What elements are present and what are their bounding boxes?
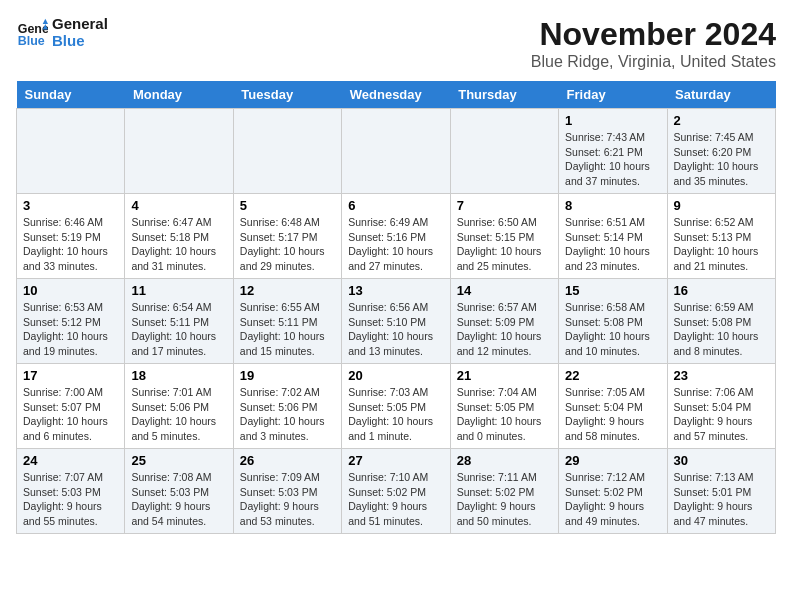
- cell-date-number: 27: [348, 453, 443, 468]
- cell-date-number: 14: [457, 283, 552, 298]
- cell-date-number: 12: [240, 283, 335, 298]
- cell-info-text: Sunrise: 7:43 AMSunset: 6:21 PMDaylight:…: [565, 130, 660, 189]
- cell-date-number: 19: [240, 368, 335, 383]
- cell-info-text: Sunrise: 6:55 AMSunset: 5:11 PMDaylight:…: [240, 300, 335, 359]
- calendar-table: SundayMondayTuesdayWednesdayThursdayFrid…: [16, 81, 776, 534]
- logo-icon: General Blue: [16, 17, 48, 49]
- day-header-thursday: Thursday: [450, 81, 558, 109]
- calendar-cell: 9Sunrise: 6:52 AMSunset: 5:13 PMDaylight…: [667, 194, 775, 279]
- logo-blue: Blue: [52, 33, 108, 50]
- cell-info-text: Sunrise: 7:05 AMSunset: 5:04 PMDaylight:…: [565, 385, 660, 444]
- cell-info-text: Sunrise: 7:13 AMSunset: 5:01 PMDaylight:…: [674, 470, 769, 529]
- cell-date-number: 9: [674, 198, 769, 213]
- calendar-cell: [450, 109, 558, 194]
- cell-date-number: 29: [565, 453, 660, 468]
- cell-info-text: Sunrise: 7:04 AMSunset: 5:05 PMDaylight:…: [457, 385, 552, 444]
- cell-date-number: 5: [240, 198, 335, 213]
- cell-info-text: Sunrise: 6:54 AMSunset: 5:11 PMDaylight:…: [131, 300, 226, 359]
- calendar-cell: 6Sunrise: 6:49 AMSunset: 5:16 PMDaylight…: [342, 194, 450, 279]
- cell-info-text: Sunrise: 7:02 AMSunset: 5:06 PMDaylight:…: [240, 385, 335, 444]
- calendar-cell: 8Sunrise: 6:51 AMSunset: 5:14 PMDaylight…: [559, 194, 667, 279]
- day-header-monday: Monday: [125, 81, 233, 109]
- logo: General Blue General Blue: [16, 16, 108, 49]
- calendar-cell: 3Sunrise: 6:46 AMSunset: 5:19 PMDaylight…: [17, 194, 125, 279]
- cell-date-number: 16: [674, 283, 769, 298]
- cell-info-text: Sunrise: 6:53 AMSunset: 5:12 PMDaylight:…: [23, 300, 118, 359]
- calendar-week-2: 3Sunrise: 6:46 AMSunset: 5:19 PMDaylight…: [17, 194, 776, 279]
- logo-general: General: [52, 16, 108, 33]
- cell-date-number: 26: [240, 453, 335, 468]
- calendar-cell: 19Sunrise: 7:02 AMSunset: 5:06 PMDayligh…: [233, 364, 341, 449]
- cell-date-number: 30: [674, 453, 769, 468]
- calendar-cell: 15Sunrise: 6:58 AMSunset: 5:08 PMDayligh…: [559, 279, 667, 364]
- calendar-cell: 1Sunrise: 7:43 AMSunset: 6:21 PMDaylight…: [559, 109, 667, 194]
- calendar-cell: 17Sunrise: 7:00 AMSunset: 5:07 PMDayligh…: [17, 364, 125, 449]
- cell-info-text: Sunrise: 6:57 AMSunset: 5:09 PMDaylight:…: [457, 300, 552, 359]
- cell-date-number: 7: [457, 198, 552, 213]
- calendar-week-3: 10Sunrise: 6:53 AMSunset: 5:12 PMDayligh…: [17, 279, 776, 364]
- page-header: General Blue General Blue November 2024 …: [16, 16, 776, 71]
- calendar-cell: 10Sunrise: 6:53 AMSunset: 5:12 PMDayligh…: [17, 279, 125, 364]
- cell-info-text: Sunrise: 7:12 AMSunset: 5:02 PMDaylight:…: [565, 470, 660, 529]
- calendar-cell: 23Sunrise: 7:06 AMSunset: 5:04 PMDayligh…: [667, 364, 775, 449]
- cell-info-text: Sunrise: 6:59 AMSunset: 5:08 PMDaylight:…: [674, 300, 769, 359]
- calendar-week-4: 17Sunrise: 7:00 AMSunset: 5:07 PMDayligh…: [17, 364, 776, 449]
- calendar-cell: 22Sunrise: 7:05 AMSunset: 5:04 PMDayligh…: [559, 364, 667, 449]
- calendar-cell: 18Sunrise: 7:01 AMSunset: 5:06 PMDayligh…: [125, 364, 233, 449]
- cell-info-text: Sunrise: 7:06 AMSunset: 5:04 PMDaylight:…: [674, 385, 769, 444]
- calendar-cell: 2Sunrise: 7:45 AMSunset: 6:20 PMDaylight…: [667, 109, 775, 194]
- calendar-header-row: SundayMondayTuesdayWednesdayThursdayFrid…: [17, 81, 776, 109]
- calendar-cell: 4Sunrise: 6:47 AMSunset: 5:18 PMDaylight…: [125, 194, 233, 279]
- cell-date-number: 18: [131, 368, 226, 383]
- cell-info-text: Sunrise: 7:09 AMSunset: 5:03 PMDaylight:…: [240, 470, 335, 529]
- calendar-cell: 14Sunrise: 6:57 AMSunset: 5:09 PMDayligh…: [450, 279, 558, 364]
- cell-date-number: 22: [565, 368, 660, 383]
- day-header-wednesday: Wednesday: [342, 81, 450, 109]
- cell-date-number: 25: [131, 453, 226, 468]
- cell-info-text: Sunrise: 6:51 AMSunset: 5:14 PMDaylight:…: [565, 215, 660, 274]
- cell-info-text: Sunrise: 7:03 AMSunset: 5:05 PMDaylight:…: [348, 385, 443, 444]
- cell-info-text: Sunrise: 6:49 AMSunset: 5:16 PMDaylight:…: [348, 215, 443, 274]
- cell-date-number: 4: [131, 198, 226, 213]
- cell-date-number: 10: [23, 283, 118, 298]
- cell-date-number: 2: [674, 113, 769, 128]
- calendar-cell: 13Sunrise: 6:56 AMSunset: 5:10 PMDayligh…: [342, 279, 450, 364]
- calendar-cell: 27Sunrise: 7:10 AMSunset: 5:02 PMDayligh…: [342, 449, 450, 534]
- cell-date-number: 17: [23, 368, 118, 383]
- cell-info-text: Sunrise: 7:45 AMSunset: 6:20 PMDaylight:…: [674, 130, 769, 189]
- day-header-friday: Friday: [559, 81, 667, 109]
- day-header-sunday: Sunday: [17, 81, 125, 109]
- cell-info-text: Sunrise: 6:56 AMSunset: 5:10 PMDaylight:…: [348, 300, 443, 359]
- cell-info-text: Sunrise: 6:58 AMSunset: 5:08 PMDaylight:…: [565, 300, 660, 359]
- cell-info-text: Sunrise: 7:01 AMSunset: 5:06 PMDaylight:…: [131, 385, 226, 444]
- cell-date-number: 6: [348, 198, 443, 213]
- cell-date-number: 13: [348, 283, 443, 298]
- title-area: November 2024 Blue Ridge, Virginia, Unit…: [531, 16, 776, 71]
- cell-info-text: Sunrise: 7:10 AMSunset: 5:02 PMDaylight:…: [348, 470, 443, 529]
- calendar-cell: 30Sunrise: 7:13 AMSunset: 5:01 PMDayligh…: [667, 449, 775, 534]
- calendar-cell: 28Sunrise: 7:11 AMSunset: 5:02 PMDayligh…: [450, 449, 558, 534]
- calendar-cell: 25Sunrise: 7:08 AMSunset: 5:03 PMDayligh…: [125, 449, 233, 534]
- calendar-cell: 12Sunrise: 6:55 AMSunset: 5:11 PMDayligh…: [233, 279, 341, 364]
- cell-info-text: Sunrise: 7:00 AMSunset: 5:07 PMDaylight:…: [23, 385, 118, 444]
- calendar-cell: 20Sunrise: 7:03 AMSunset: 5:05 PMDayligh…: [342, 364, 450, 449]
- calendar-cell: 16Sunrise: 6:59 AMSunset: 5:08 PMDayligh…: [667, 279, 775, 364]
- calendar-week-1: 1Sunrise: 7:43 AMSunset: 6:21 PMDaylight…: [17, 109, 776, 194]
- calendar-week-5: 24Sunrise: 7:07 AMSunset: 5:03 PMDayligh…: [17, 449, 776, 534]
- cell-info-text: Sunrise: 7:07 AMSunset: 5:03 PMDaylight:…: [23, 470, 118, 529]
- calendar-cell: 29Sunrise: 7:12 AMSunset: 5:02 PMDayligh…: [559, 449, 667, 534]
- calendar-cell: 21Sunrise: 7:04 AMSunset: 5:05 PMDayligh…: [450, 364, 558, 449]
- month-title: November 2024: [531, 16, 776, 53]
- location-title: Blue Ridge, Virginia, United States: [531, 53, 776, 71]
- cell-date-number: 1: [565, 113, 660, 128]
- calendar-cell: [233, 109, 341, 194]
- calendar-cell: 7Sunrise: 6:50 AMSunset: 5:15 PMDaylight…: [450, 194, 558, 279]
- cell-info-text: Sunrise: 7:08 AMSunset: 5:03 PMDaylight:…: [131, 470, 226, 529]
- cell-date-number: 15: [565, 283, 660, 298]
- calendar-cell: 24Sunrise: 7:07 AMSunset: 5:03 PMDayligh…: [17, 449, 125, 534]
- cell-date-number: 20: [348, 368, 443, 383]
- cell-info-text: Sunrise: 6:52 AMSunset: 5:13 PMDaylight:…: [674, 215, 769, 274]
- cell-date-number: 24: [23, 453, 118, 468]
- cell-info-text: Sunrise: 6:47 AMSunset: 5:18 PMDaylight:…: [131, 215, 226, 274]
- calendar-cell: 11Sunrise: 6:54 AMSunset: 5:11 PMDayligh…: [125, 279, 233, 364]
